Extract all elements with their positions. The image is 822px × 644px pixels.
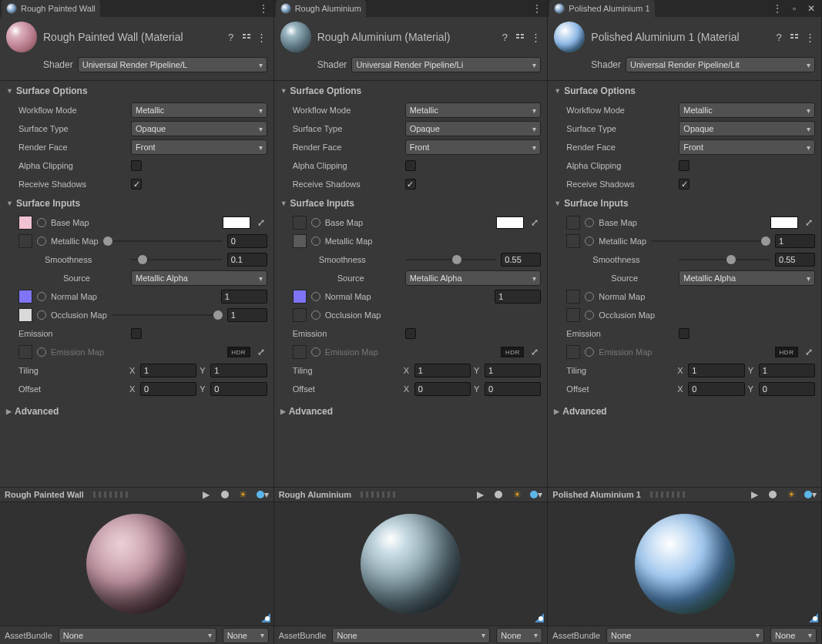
environment-icon[interactable]: ▾	[255, 488, 269, 501]
tiling-y[interactable]: 1	[485, 364, 541, 377]
emission-checkbox[interactable]	[405, 328, 416, 339]
play-icon[interactable]: ▶	[473, 488, 487, 501]
base-map-color[interactable]	[223, 216, 250, 229]
drag-handle-icon[interactable]	[93, 491, 130, 498]
assetbundle-variant-dropdown[interactable]: None	[496, 628, 542, 643]
tag-icon[interactable]	[257, 609, 270, 622]
surface-type-dropdown[interactable]: Opaque	[405, 121, 542, 136]
source-dropdown[interactable]: Metallic Alpha	[679, 270, 815, 286]
assetbundle-dropdown[interactable]: None	[606, 628, 764, 643]
render-face-dropdown[interactable]: Front	[131, 139, 267, 155]
occlusion-field[interactable]: 1	[227, 308, 267, 322]
drag-handle-icon[interactable]	[361, 491, 398, 498]
hdr-color[interactable]: HDR	[775, 347, 798, 357]
alpha-clipping-checkbox[interactable]	[405, 160, 416, 171]
source-dropdown[interactable]: Metallic Alpha	[405, 270, 542, 286]
emission-map-swatch[interactable]	[18, 345, 32, 359]
preview-viewport[interactable]	[548, 502, 821, 626]
base-map-swatch[interactable]	[566, 216, 580, 230]
preview-viewport[interactable]	[274, 502, 548, 626]
object-picker-icon[interactable]	[311, 236, 320, 246]
base-map-swatch[interactable]	[293, 216, 307, 230]
alpha-clipping-checkbox[interactable]	[131, 160, 142, 171]
eyedropper-icon[interactable]: ⤢	[255, 346, 267, 358]
occlusion-map-swatch[interactable]	[566, 308, 580, 322]
assetbundle-dropdown[interactable]: None	[332, 628, 490, 643]
object-picker-icon[interactable]	[585, 236, 594, 246]
occlusion-map-swatch[interactable]	[293, 308, 307, 322]
source-dropdown[interactable]: Metallic Alpha	[131, 270, 267, 286]
offset-x[interactable]: 0	[140, 382, 196, 396]
lighting-icon[interactable]: ☀	[784, 488, 798, 501]
surface-type-dropdown[interactable]: Opaque	[131, 121, 267, 136]
offset-x[interactable]: 0	[414, 382, 471, 396]
assetbundle-variant-dropdown[interactable]: None	[770, 628, 817, 643]
metallic-field[interactable]: 0	[227, 234, 267, 248]
tab-menu-icon[interactable]: ⋮	[532, 3, 542, 14]
object-picker-icon[interactable]	[311, 347, 320, 357]
eyedropper-icon[interactable]: ⤢	[803, 216, 815, 229]
workflow-mode-dropdown[interactable]: Metallic	[679, 102, 815, 118]
maximize-icon[interactable]: ▫	[789, 3, 800, 14]
object-picker-icon[interactable]	[585, 347, 594, 357]
receive-shadows-checkbox[interactable]: ✓	[679, 179, 689, 190]
alpha-clipping-checkbox[interactable]	[679, 160, 689, 171]
surface-options-header[interactable]: ▼Surface Options	[274, 81, 548, 101]
surface-options-header[interactable]: ▼ Surface Options	[0, 81, 273, 101]
tab[interactable]: Rough Painted Wall	[2, 0, 100, 17]
hdr-color[interactable]: HDR	[501, 347, 524, 357]
advanced-header[interactable]: ▶Advanced	[274, 398, 548, 417]
smoothness-field[interactable]: 0.1	[227, 253, 267, 267]
preset-icon[interactable]	[515, 32, 525, 42]
tab[interactable]: Polished Aluminium 1	[549, 0, 654, 17]
object-picker-icon[interactable]	[37, 236, 46, 246]
object-picker-icon[interactable]	[37, 347, 46, 357]
sphere-shape-icon[interactable]	[766, 488, 780, 501]
surface-type-dropdown[interactable]: Opaque	[679, 121, 815, 136]
drag-handle-icon[interactable]	[650, 491, 687, 498]
normal-map-swatch[interactable]	[293, 290, 307, 304]
normal-field[interactable]: 1	[495, 290, 541, 304]
assetbundle-dropdown[interactable]: None	[59, 628, 216, 643]
eyedropper-icon[interactable]: ⤢	[803, 346, 815, 358]
surface-options-header[interactable]: ▼Surface Options	[548, 81, 821, 101]
hdr-color[interactable]: HDR	[227, 347, 250, 357]
shader-dropdown[interactable]: Universal Render Pipeline/L	[78, 57, 267, 72]
emission-checkbox[interactable]	[679, 328, 689, 339]
environment-icon[interactable]: ▾	[803, 488, 817, 501]
eyedropper-icon[interactable]: ⤢	[255, 216, 267, 229]
offset-y[interactable]: 0	[210, 382, 267, 396]
occlusion-map-swatch[interactable]	[18, 308, 32, 322]
normal-map-swatch[interactable]	[566, 290, 580, 304]
tiling-y[interactable]: 1	[759, 364, 815, 377]
object-picker-icon[interactable]	[585, 292, 594, 301]
object-picker-icon[interactable]	[311, 218, 320, 227]
base-map-color[interactable]	[496, 216, 524, 229]
object-picker-icon[interactable]	[311, 310, 320, 320]
preset-icon[interactable]	[241, 32, 252, 42]
emission-map-swatch[interactable]	[566, 345, 580, 359]
render-face-dropdown[interactable]: Front	[405, 139, 542, 155]
smoothness-slider[interactable]	[131, 254, 223, 265]
tab-menu-icon[interactable]: ⋮	[258, 3, 269, 14]
emission-map-swatch[interactable]	[293, 345, 307, 359]
advanced-header[interactable]: ▶Advanced	[548, 398, 821, 417]
object-picker-icon[interactable]	[37, 310, 46, 320]
tiling-x[interactable]: 1	[688, 364, 744, 377]
metallic-map-swatch[interactable]	[293, 234, 307, 248]
tiling-y[interactable]: 1	[210, 364, 267, 377]
surface-inputs-header[interactable]: ▼ Surface Inputs	[0, 193, 273, 213]
tag-icon[interactable]	[804, 609, 818, 622]
close-icon[interactable]: ✕	[806, 3, 817, 14]
assetbundle-variant-dropdown[interactable]: None	[223, 628, 269, 643]
offset-y[interactable]: 0	[759, 382, 815, 396]
eyedropper-icon[interactable]: ⤢	[528, 346, 541, 358]
more-icon[interactable]: ⋮	[804, 32, 815, 42]
sphere-shape-icon[interactable]	[218, 488, 232, 501]
advanced-header[interactable]: ▶ Advanced	[0, 398, 273, 417]
object-picker-icon[interactable]	[311, 292, 320, 301]
eyedropper-icon[interactable]: ⤢	[528, 216, 541, 229]
tab[interactable]: Rough Aluminium	[276, 0, 366, 17]
help-icon[interactable]: ?	[773, 32, 784, 42]
metallic-field[interactable]: 1	[775, 234, 815, 248]
